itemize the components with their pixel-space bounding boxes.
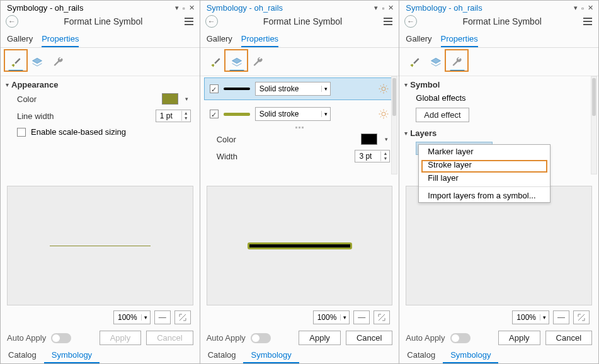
symbol-layer-row[interactable]: Solid stroke▾ xyxy=(204,77,396,100)
close-icon[interactable]: ✕ xyxy=(586,4,595,12)
chevron-down-icon[interactable]: ▾ xyxy=(183,96,191,102)
preview-outline-toggle[interactable]: — xyxy=(154,310,171,324)
symbol-section-header[interactable]: ▾ Symbol xyxy=(399,76,598,91)
scale-sizing-label: Enable scale-based sizing xyxy=(31,127,126,137)
tab-gallery[interactable]: Gallery xyxy=(7,31,33,47)
undock-icon[interactable]: ▫ xyxy=(580,4,585,12)
autohide-icon[interactable]: ▾ xyxy=(174,4,180,12)
hamburger-menu-icon[interactable] xyxy=(582,16,593,26)
symbol-preview xyxy=(7,186,193,305)
apply-button[interactable]: Apply xyxy=(100,331,142,345)
layers-tab-icon[interactable] xyxy=(228,52,246,72)
page-subtitle: Format Line Symbol xyxy=(223,16,383,26)
cancel-button[interactable]: Cancel xyxy=(146,331,193,345)
layer-visibility-checkbox[interactable] xyxy=(210,110,219,118)
page-subtitle: Format Line Symbol xyxy=(23,16,183,26)
layers-section-header[interactable]: ▾ Layers xyxy=(399,125,598,139)
preview-outline-toggle[interactable]: — xyxy=(353,310,370,324)
tab-gallery[interactable]: Gallery xyxy=(406,31,431,47)
scrollbar[interactable] xyxy=(591,76,597,174)
pane-title: Symbology - oh_rails xyxy=(7,3,174,13)
menu-divider xyxy=(419,186,550,187)
structure-tab-icon[interactable] xyxy=(249,52,267,72)
symbol-tab-icon[interactable] xyxy=(406,52,423,72)
undock-icon[interactable]: ▫ xyxy=(181,4,186,12)
pane-title: Symbology - oh_rails xyxy=(406,3,573,13)
layers-icon xyxy=(230,56,244,69)
scale-sizing-checkbox[interactable] xyxy=(17,128,26,137)
layer-type-select[interactable]: Solid stroke▾ xyxy=(255,107,331,121)
menu-item-import-layers[interactable]: Import layers from a symbol... xyxy=(419,189,550,202)
width-input[interactable]: ▲▼ xyxy=(355,150,390,162)
symbol-layer-row[interactable]: Solid stroke▾ xyxy=(204,103,396,125)
bottom-tab-symbology[interactable]: Symbology xyxy=(243,348,299,363)
wrench-icon xyxy=(52,56,66,69)
menu-item-marker-layer[interactable]: Marker layer xyxy=(419,145,550,158)
structure-tab-icon[interactable] xyxy=(50,52,67,72)
apply-button[interactable]: Apply xyxy=(299,331,341,345)
color-picker[interactable] xyxy=(162,93,178,105)
autohide-icon[interactable]: ▾ xyxy=(573,4,579,12)
layer-type-select[interactable]: Solid stroke▾ xyxy=(255,82,331,96)
zoom-select[interactable]: 100%▾ xyxy=(512,310,549,324)
linewidth-label: Line width xyxy=(17,111,151,121)
layer-preview xyxy=(224,88,250,90)
bottom-tab-catalog[interactable]: Catalog xyxy=(1,348,44,363)
tab-properties[interactable]: Properties xyxy=(241,31,278,47)
preview-actual-toggle[interactable] xyxy=(573,310,590,324)
linewidth-input[interactable]: ▲▼ xyxy=(156,110,191,122)
layer-options-icon[interactable] xyxy=(378,83,389,94)
auto-apply-toggle[interactable] xyxy=(51,333,71,343)
menu-item-stroke-layer[interactable]: Stroke layer xyxy=(419,158,550,171)
cancel-button[interactable]: Cancel xyxy=(545,331,592,345)
structure-tab-icon[interactable] xyxy=(448,52,466,72)
brush-icon xyxy=(208,56,222,69)
zoom-select[interactable]: 100%▾ xyxy=(313,310,350,324)
wrench-icon xyxy=(251,56,265,69)
layers-tab-icon[interactable] xyxy=(28,52,46,72)
preview-line xyxy=(248,242,352,249)
preview-actual-toggle[interactable] xyxy=(374,310,390,324)
auto-apply-toggle[interactable] xyxy=(450,333,471,343)
autohide-icon[interactable]: ▾ xyxy=(373,4,379,12)
chevron-down-icon[interactable]: ▾ xyxy=(382,136,390,142)
zoom-select[interactable]: 100%▾ xyxy=(113,310,151,324)
apply-button[interactable]: Apply xyxy=(498,331,540,345)
bottom-tab-symbology[interactable]: Symbology xyxy=(443,348,498,363)
hamburger-menu-icon[interactable] xyxy=(382,16,394,26)
back-button[interactable]: ← xyxy=(6,15,18,28)
auto-apply-label: Auto Apply xyxy=(207,333,246,343)
color-picker[interactable] xyxy=(361,134,377,145)
bottom-tab-symbology[interactable]: Symbology xyxy=(44,348,100,363)
scrollbar[interactable] xyxy=(391,76,397,174)
chevron-down-icon: ▾ xyxy=(404,81,408,88)
auto-apply-toggle[interactable] xyxy=(251,333,271,343)
bottom-tab-catalog[interactable]: Catalog xyxy=(200,348,244,363)
back-button[interactable]: ← xyxy=(205,15,218,28)
bottom-tab-catalog[interactable]: Catalog xyxy=(399,348,443,363)
symbol-tab-icon[interactable] xyxy=(207,52,224,72)
layer-visibility-checkbox[interactable] xyxy=(210,84,219,93)
preview-actual-toggle[interactable] xyxy=(174,310,191,324)
close-icon[interactable]: ✕ xyxy=(188,4,196,12)
cancel-button[interactable]: Cancel xyxy=(346,331,392,345)
back-button[interactable]: ← xyxy=(404,15,417,28)
undock-icon[interactable]: ▫ xyxy=(380,4,385,12)
tab-properties[interactable]: Properties xyxy=(42,31,79,47)
add-layer-dropdown: Marker layer Stroke layer Fill layer Imp… xyxy=(418,144,551,203)
hamburger-menu-icon[interactable] xyxy=(183,16,195,26)
menu-item-fill-layer[interactable]: Fill layer xyxy=(419,171,550,185)
preview-outline-toggle[interactable]: — xyxy=(553,310,569,324)
color-label: Color xyxy=(217,135,357,144)
auto-apply-label: Auto Apply xyxy=(7,333,46,343)
appearance-section-header[interactable]: ▾ Appearance xyxy=(1,76,200,91)
layer-divider xyxy=(200,127,399,131)
layers-tab-icon[interactable] xyxy=(427,52,445,72)
add-effect-button[interactable]: Add effect xyxy=(416,108,469,122)
layer-options-icon[interactable] xyxy=(378,108,389,120)
symbol-tab-icon[interactable] xyxy=(7,52,25,72)
tab-gallery[interactable]: Gallery xyxy=(207,31,232,47)
symbol-preview xyxy=(207,186,393,305)
close-icon[interactable]: ✕ xyxy=(387,4,395,12)
tab-properties[interactable]: Properties xyxy=(441,31,478,47)
